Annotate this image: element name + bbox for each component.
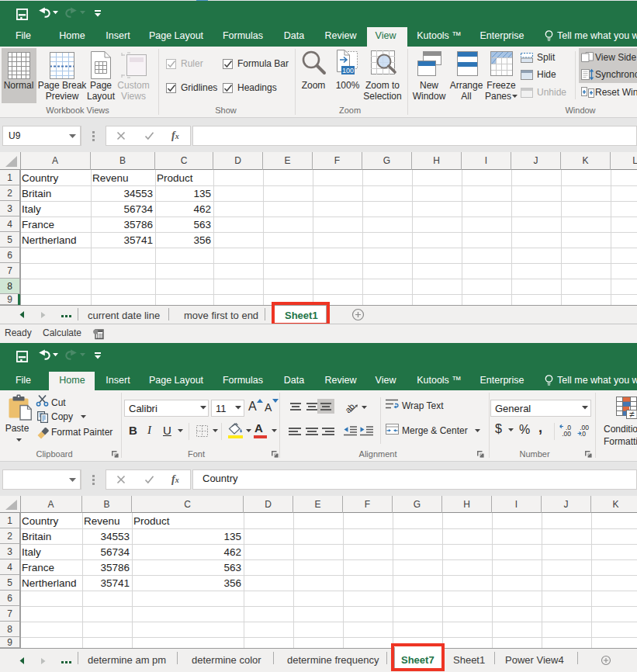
svg-text:.00: .00 [562, 430, 571, 438]
svg-text:≠: ≠ [629, 409, 635, 420]
svg-text:100: 100 [342, 67, 354, 74]
